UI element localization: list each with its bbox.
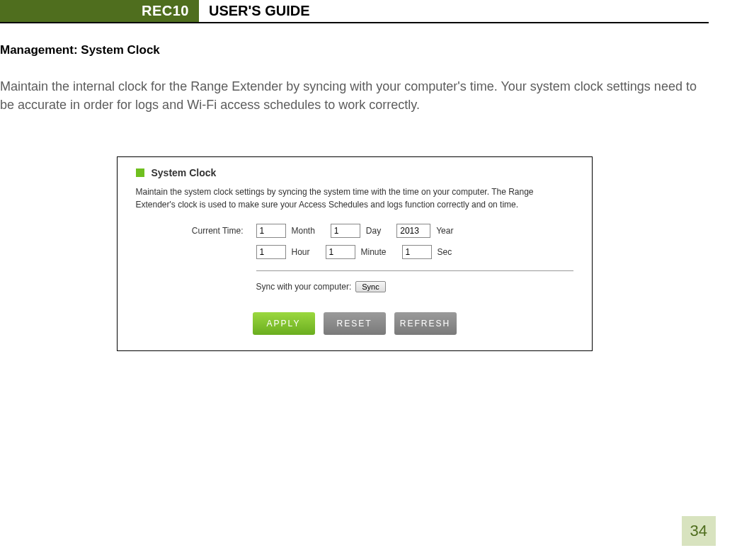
day-label: Day	[366, 226, 381, 236]
separator	[256, 270, 573, 271]
refresh-button[interactable]: REFRESH	[394, 312, 457, 335]
second-input[interactable]	[402, 245, 432, 259]
page-number: 34	[682, 516, 716, 546]
day-input[interactable]	[331, 224, 360, 238]
second-label: Sec	[438, 247, 452, 257]
minute-input[interactable]	[326, 245, 355, 259]
apply-button[interactable]: APPLY	[253, 312, 315, 335]
panel-title: System Clock	[152, 167, 217, 178]
minute-label: Minute	[361, 247, 387, 257]
product-badge: REC10	[0, 0, 199, 22]
page-header: REC10 USER'S GUIDE	[0, 0, 709, 23]
square-icon	[136, 168, 144, 177]
system-clock-panel: System Clock Maintain the system clock s…	[117, 156, 593, 351]
month-input[interactable]	[256, 224, 286, 238]
section-intro: Maintain the internal clock for the Rang…	[0, 77, 709, 114]
sync-button[interactable]: Sync	[355, 281, 385, 292]
year-label: Year	[436, 226, 453, 236]
guide-title: USER'S GUIDE	[199, 0, 310, 22]
month-label: Month	[292, 226, 315, 236]
section-heading: Management: System Clock	[0, 43, 709, 57]
sync-label: Sync with your computer:	[256, 282, 352, 292]
hour-label: Hour	[292, 247, 310, 257]
reset-button[interactable]: RESET	[324, 312, 386, 335]
current-time-label: Current Time:	[178, 226, 256, 236]
hour-input[interactable]	[256, 245, 286, 259]
year-input[interactable]	[396, 224, 430, 238]
panel-description: Maintain the system clock settings by sy…	[136, 185, 573, 211]
